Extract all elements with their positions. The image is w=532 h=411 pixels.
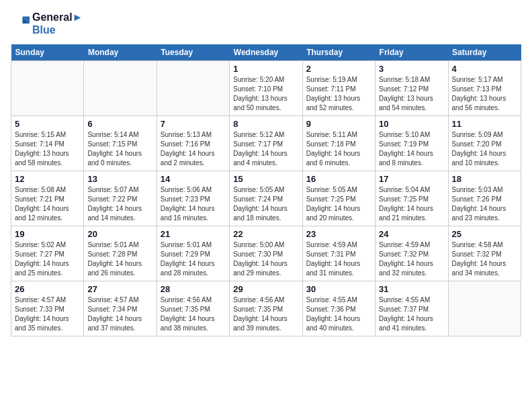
day-info: Sunrise: 4:55 AMSunset: 7:36 PMDaylight:… [306, 295, 371, 333]
logo-icon [11, 14, 30, 33]
calendar-cell: 20Sunrise: 5:01 AMSunset: 7:28 PMDayligh… [84, 226, 157, 281]
day-info: Sunrise: 4:57 AMSunset: 7:34 PMDaylight:… [87, 295, 152, 333]
day-number: 13 [87, 174, 152, 184]
day-number: 31 [379, 284, 444, 294]
day-info: Sunrise: 5:13 AMSunset: 7:16 PMDaylight:… [161, 130, 226, 168]
calendar-cell: 24Sunrise: 4:59 AMSunset: 7:32 PMDayligh… [375, 226, 448, 281]
calendar-cell: 29Sunrise: 4:56 AMSunset: 7:35 PMDayligh… [230, 281, 302, 336]
weekday-header: Friday [375, 44, 448, 61]
calendar-cell: 11Sunrise: 5:09 AMSunset: 7:20 PMDayligh… [448, 116, 521, 171]
day-info: Sunrise: 5:12 AMSunset: 7:17 PMDaylight:… [233, 130, 298, 168]
logo: General► Blue [11, 11, 83, 36]
day-number: 26 [15, 284, 80, 294]
day-info: Sunrise: 5:19 AMSunset: 7:11 PMDaylight:… [306, 75, 371, 113]
calendar-cell: 14Sunrise: 5:06 AMSunset: 7:23 PMDayligh… [157, 171, 229, 226]
day-number: 21 [161, 229, 226, 239]
day-info: Sunrise: 5:20 AMSunset: 7:10 PMDaylight:… [233, 75, 298, 113]
day-info: Sunrise: 5:05 AMSunset: 7:25 PMDaylight:… [306, 185, 371, 223]
day-number: 10 [379, 119, 444, 129]
day-number: 17 [379, 174, 444, 184]
header: General► Blue [11, 11, 521, 36]
calendar-cell: 12Sunrise: 5:08 AMSunset: 7:21 PMDayligh… [11, 171, 84, 226]
day-info: Sunrise: 5:11 AMSunset: 7:18 PMDaylight:… [306, 130, 371, 168]
calendar-cell: 31Sunrise: 4:55 AMSunset: 7:37 PMDayligh… [375, 281, 448, 336]
day-info: Sunrise: 5:00 AMSunset: 7:30 PMDaylight:… [233, 240, 298, 278]
weekday-header-row: SundayMondayTuesdayWednesdayThursdayFrid… [11, 44, 521, 61]
calendar-cell: 17Sunrise: 5:04 AMSunset: 7:25 PMDayligh… [375, 171, 448, 226]
day-number: 19 [15, 229, 80, 239]
calendar-week-row: 26Sunrise: 4:57 AMSunset: 7:33 PMDayligh… [11, 281, 521, 336]
day-number: 16 [306, 174, 371, 184]
day-number: 15 [233, 174, 298, 184]
calendar-cell: 7Sunrise: 5:13 AMSunset: 7:16 PMDaylight… [157, 116, 229, 171]
calendar-cell: 28Sunrise: 4:56 AMSunset: 7:35 PMDayligh… [157, 281, 229, 336]
calendar: SundayMondayTuesdayWednesdayThursdayFrid… [11, 44, 521, 336]
calendar-cell: 18Sunrise: 5:03 AMSunset: 7:26 PMDayligh… [448, 171, 521, 226]
day-number: 7 [161, 119, 226, 129]
calendar-week-row: 19Sunrise: 5:02 AMSunset: 7:27 PMDayligh… [11, 226, 521, 281]
calendar-week-row: 1Sunrise: 5:20 AMSunset: 7:10 PMDaylight… [11, 61, 521, 116]
day-info: Sunrise: 5:04 AMSunset: 7:25 PMDaylight:… [379, 185, 444, 223]
calendar-week-row: 5Sunrise: 5:15 AMSunset: 7:14 PMDaylight… [11, 116, 521, 171]
calendar-cell: 21Sunrise: 5:01 AMSunset: 7:29 PMDayligh… [157, 226, 229, 281]
calendar-cell [157, 61, 229, 116]
day-info: Sunrise: 5:10 AMSunset: 7:19 PMDaylight:… [379, 130, 444, 168]
day-info: Sunrise: 4:59 AMSunset: 7:32 PMDaylight:… [379, 240, 444, 278]
day-number: 3 [379, 64, 444, 74]
day-info: Sunrise: 5:08 AMSunset: 7:21 PMDaylight:… [15, 185, 80, 223]
day-number: 23 [306, 229, 371, 239]
day-info: Sunrise: 4:57 AMSunset: 7:33 PMDaylight:… [15, 295, 80, 333]
day-info: Sunrise: 5:03 AMSunset: 7:26 PMDaylight:… [452, 185, 517, 223]
calendar-cell [84, 61, 157, 116]
calendar-cell: 19Sunrise: 5:02 AMSunset: 7:27 PMDayligh… [11, 226, 84, 281]
day-number: 14 [161, 174, 226, 184]
weekday-header: Sunday [11, 44, 84, 61]
calendar-cell: 13Sunrise: 5:07 AMSunset: 7:22 PMDayligh… [84, 171, 157, 226]
day-number: 29 [233, 284, 298, 294]
calendar-cell: 6Sunrise: 5:14 AMSunset: 7:15 PMDaylight… [84, 116, 157, 171]
logo-text: General► Blue [32, 11, 83, 36]
day-number: 18 [452, 174, 517, 184]
weekday-header: Wednesday [230, 44, 302, 61]
weekday-header: Thursday [302, 44, 375, 61]
day-number: 12 [15, 174, 80, 184]
calendar-cell: 9Sunrise: 5:11 AMSunset: 7:18 PMDaylight… [302, 116, 375, 171]
calendar-cell: 5Sunrise: 5:15 AMSunset: 7:14 PMDaylight… [11, 116, 84, 171]
day-number: 6 [87, 119, 152, 129]
day-info: Sunrise: 5:01 AMSunset: 7:29 PMDaylight:… [161, 240, 226, 278]
day-info: Sunrise: 5:17 AMSunset: 7:13 PMDaylight:… [452, 75, 517, 113]
day-info: Sunrise: 4:56 AMSunset: 7:35 PMDaylight:… [161, 295, 226, 333]
calendar-cell: 1Sunrise: 5:20 AMSunset: 7:10 PMDaylight… [230, 61, 302, 116]
day-number: 1 [233, 64, 298, 74]
day-info: Sunrise: 5:14 AMSunset: 7:15 PMDaylight:… [87, 130, 152, 168]
day-info: Sunrise: 4:59 AMSunset: 7:31 PMDaylight:… [306, 240, 371, 278]
day-info: Sunrise: 5:15 AMSunset: 7:14 PMDaylight:… [15, 130, 80, 168]
day-number: 28 [161, 284, 226, 294]
calendar-cell: 30Sunrise: 4:55 AMSunset: 7:36 PMDayligh… [302, 281, 375, 336]
calendar-cell [448, 281, 521, 336]
day-info: Sunrise: 5:09 AMSunset: 7:20 PMDaylight:… [452, 130, 517, 168]
calendar-cell: 25Sunrise: 4:58 AMSunset: 7:32 PMDayligh… [448, 226, 521, 281]
calendar-cell: 26Sunrise: 4:57 AMSunset: 7:33 PMDayligh… [11, 281, 84, 336]
day-info: Sunrise: 5:02 AMSunset: 7:27 PMDaylight:… [15, 240, 80, 278]
calendar-cell: 2Sunrise: 5:19 AMSunset: 7:11 PMDaylight… [302, 61, 375, 116]
day-number: 2 [306, 64, 371, 74]
day-number: 27 [87, 284, 152, 294]
day-number: 5 [15, 119, 80, 129]
day-number: 11 [452, 119, 517, 129]
weekday-header: Saturday [448, 44, 521, 61]
day-info: Sunrise: 4:56 AMSunset: 7:35 PMDaylight:… [233, 295, 298, 333]
calendar-cell: 23Sunrise: 4:59 AMSunset: 7:31 PMDayligh… [302, 226, 375, 281]
day-number: 20 [87, 229, 152, 239]
day-number: 22 [233, 229, 298, 239]
day-number: 25 [452, 229, 517, 239]
weekday-header: Monday [84, 44, 157, 61]
day-info: Sunrise: 4:55 AMSunset: 7:37 PMDaylight:… [379, 295, 444, 333]
calendar-cell: 22Sunrise: 5:00 AMSunset: 7:30 PMDayligh… [230, 226, 302, 281]
calendar-cell [11, 61, 84, 116]
calendar-cell: 10Sunrise: 5:10 AMSunset: 7:19 PMDayligh… [375, 116, 448, 171]
day-info: Sunrise: 5:18 AMSunset: 7:12 PMDaylight:… [379, 75, 444, 113]
day-number: 24 [379, 229, 444, 239]
calendar-week-row: 12Sunrise: 5:08 AMSunset: 7:21 PMDayligh… [11, 171, 521, 226]
day-info: Sunrise: 5:01 AMSunset: 7:28 PMDaylight:… [87, 240, 152, 278]
